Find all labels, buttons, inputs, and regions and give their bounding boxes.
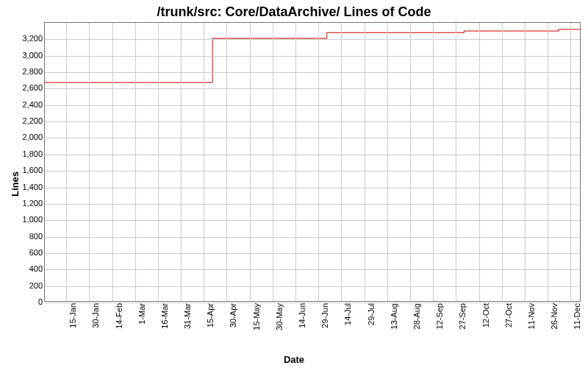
gridline-h [45, 253, 580, 254]
gridline-h [45, 56, 580, 57]
x-tick: 31-Mar [183, 303, 192, 329]
gridline-v [295, 23, 296, 301]
x-tick: 11-Nov [527, 303, 536, 329]
gridline-v [204, 23, 204, 301]
gridline-v [525, 23, 526, 301]
x-tick: 26-Nov [550, 303, 559, 329]
x-tick: 14-Feb [115, 303, 123, 329]
gridline-h [45, 155, 580, 155]
x-tick: 15-Apr [206, 303, 215, 328]
x-tick: 15-May [252, 303, 261, 330]
gridline-v [456, 23, 456, 301]
x-tick: 12-Sep [435, 303, 444, 329]
y-tick: 0 [38, 297, 43, 306]
gridline-h [45, 204, 580, 205]
gridline-v [341, 23, 342, 301]
gridline-v [112, 23, 113, 301]
line-series [45, 23, 580, 301]
x-tick: 27-Sep [458, 303, 467, 329]
gridline-v [365, 23, 365, 301]
gridline-h [45, 302, 580, 303]
x-tick: 29-Jul [367, 303, 376, 325]
y-tick: 1,200 [22, 199, 43, 208]
gridline-h [45, 72, 580, 73]
x-tick: 14-Jul [343, 303, 352, 325]
gridline-v [410, 23, 411, 301]
x-tick: 15-Jan [68, 303, 77, 328]
y-tick: 3,000 [22, 51, 43, 60]
y-tick: 600 [29, 248, 43, 257]
gridline-h [45, 121, 580, 122]
y-tick: 3,200 [22, 34, 43, 43]
gridline-h [45, 188, 580, 188]
gridline-v [479, 23, 480, 301]
gridline-h [45, 105, 580, 106]
gridline-v [181, 23, 182, 301]
x-tick: 11-Dec [573, 303, 581, 329]
gridline-v [66, 23, 67, 301]
gridline-v [226, 23, 227, 301]
gridline-h [45, 269, 580, 270]
gridline-v [433, 23, 434, 301]
gridline-v [273, 23, 273, 301]
chart-title: /trunk/src: Core/DataArchive/ Lines of C… [0, 4, 588, 20]
y-tick: 1,000 [22, 215, 43, 224]
x-tick: 16-Mar [160, 303, 169, 329]
y-axis-label: Lines [10, 171, 21, 197]
x-tick: 27-Oct [504, 303, 513, 328]
y-tick: 2,200 [22, 116, 43, 125]
x-tick: 28-Aug [412, 303, 421, 329]
y-tick: 2,800 [22, 67, 43, 76]
gridline-h [45, 88, 580, 89]
y-tick: 2,600 [22, 83, 43, 92]
y-tick: 400 [29, 264, 43, 273]
plot-area [44, 22, 581, 302]
x-tick: 30-Apr [229, 303, 237, 328]
gridline-h [45, 39, 580, 40]
gridline-v [548, 23, 548, 301]
y-tick: 1,400 [22, 183, 43, 191]
x-tick: 30-Jan [91, 303, 100, 328]
gridline-h [45, 237, 580, 238]
x-tick: 30-May [275, 303, 284, 330]
gridline-h [45, 220, 580, 221]
y-tick: 1,600 [22, 166, 43, 174]
gridline-v [318, 23, 319, 301]
y-tick: 1,800 [22, 149, 43, 158]
chart-container: /trunk/src: Core/DataArchive/ Lines of C… [0, 0, 588, 368]
gridline-v [158, 23, 159, 301]
y-tick: 800 [29, 232, 43, 241]
gridline-v [387, 23, 388, 301]
gridline-v [89, 23, 90, 301]
y-tick: 2,000 [22, 132, 43, 141]
x-tick: 29-Jun [320, 303, 329, 328]
gridline-h [45, 171, 580, 171]
x-tick: 14-Jun [298, 303, 306, 328]
gridline-v [570, 23, 571, 301]
gridline-h [45, 286, 580, 287]
y-tick: 200 [29, 281, 43, 290]
x-axis-label: Date [0, 354, 588, 365]
x-tick: 13-Aug [390, 303, 398, 329]
gridline-h [45, 138, 580, 138]
y-tick: 2,400 [22, 100, 43, 109]
x-tick: 12-Oct [481, 303, 490, 328]
gridline-v [135, 23, 136, 301]
gridline-v [250, 23, 251, 301]
x-tick: 1-Mar [137, 303, 146, 325]
gridline-v [502, 23, 503, 301]
